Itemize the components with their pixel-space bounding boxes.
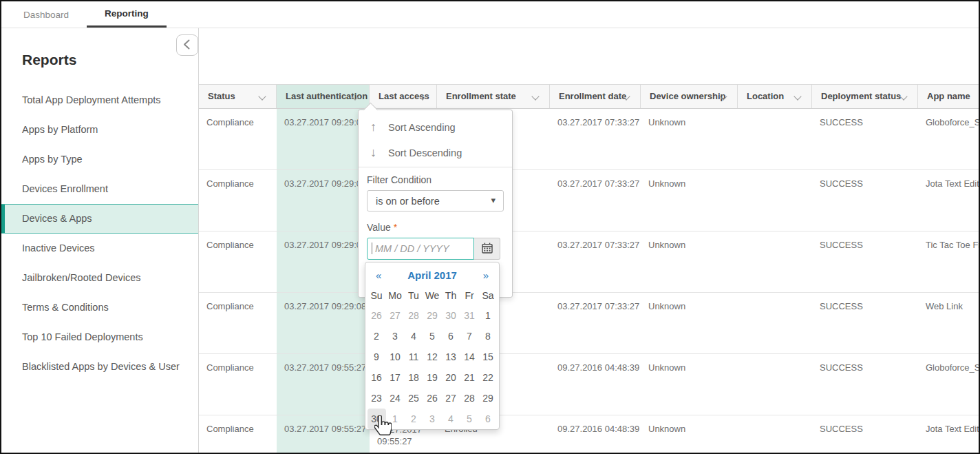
column-header-enrollment_state[interactable]: Enrollment state: [437, 85, 550, 108]
calendar-next-button[interactable]: »: [483, 269, 489, 281]
calendar-day[interactable]: 20: [442, 367, 460, 388]
filter-condition-select[interactable]: is on or before ▾: [367, 190, 504, 211]
column-header-status[interactable]: Status: [199, 85, 277, 108]
calendar-day[interactable]: 19: [423, 367, 442, 388]
calendar-day[interactable]: 18: [405, 367, 423, 388]
cell-app_name: Globoforce_SA: [918, 109, 979, 169]
column-header-last_authentication[interactable]: Last authentication: [277, 85, 370, 108]
calendar-day[interactable]: 13: [442, 347, 460, 367]
calendar-day[interactable]: 5: [423, 326, 442, 347]
sidebar-item-total-app-deployment-attempts[interactable]: Total App Deployment Attempts: [1, 85, 198, 115]
calendar-day[interactable]: 15: [479, 347, 498, 367]
sidebar-item-devices-apps[interactable]: Devices & Apps: [1, 204, 198, 234]
calendar-day[interactable]: 2: [405, 409, 423, 429]
calendar-day[interactable]: 14: [460, 347, 479, 367]
sidebar-item-inactive-devices[interactable]: Inactive Devices: [1, 234, 198, 263]
calendar-day[interactable]: 1: [479, 305, 498, 326]
calendar-picker-button[interactable]: [474, 238, 500, 260]
menu-item-sort-descending[interactable]: ↓ Sort Descending: [359, 140, 512, 165]
calendar-day[interactable]: 28: [460, 388, 479, 409]
sidebar-item-top-10-failed-deployments[interactable]: Top 10 Failed Deployments: [1, 322, 198, 352]
calendar-day[interactable]: 2: [368, 326, 386, 347]
calendar-day[interactable]: 6: [442, 326, 460, 347]
sidebar-nav: Total App Deployment AttemptsApps by Pla…: [1, 85, 198, 382]
calendar-day[interactable]: 25: [405, 388, 423, 409]
column-header-app_name[interactable]: App name: [918, 85, 979, 108]
sidebar-item-jailbroken-rooted-devices[interactable]: Jailbroken/Rooted Devices: [1, 263, 198, 293]
calendar-day[interactable]: 31: [460, 305, 479, 326]
sidebar-title: Reports: [22, 52, 76, 68]
menu-item-sort-ascending[interactable]: ↑ Sort Ascending: [359, 114, 512, 140]
column-header-deployment_status[interactable]: Deployment status: [812, 85, 918, 108]
calendar-day[interactable]: 23: [368, 388, 386, 409]
date-input-group: [367, 238, 500, 260]
chevron-down-icon[interactable]: [531, 92, 539, 100]
cell-enrollment_date: 09.27.2016 04:48:39: [550, 415, 641, 453]
sidebar-item-terms-conditions[interactable]: Terms & Conditions: [1, 293, 198, 322]
cell-enrollment_date: 03.27.2017 07:33:27: [550, 170, 641, 231]
cell-deployment_status: SUCCESS: [812, 231, 918, 292]
calendar-day[interactable]: 11: [405, 347, 423, 367]
column-header-last_access[interactable]: Last access: [370, 85, 437, 108]
chevron-left-icon: [177, 34, 198, 56]
calendar-day[interactable]: 17: [386, 367, 405, 388]
calendar-month-title[interactable]: April 2017: [407, 269, 457, 281]
calendar-header: « April 2017 »: [365, 264, 499, 286]
sidebar-item-devices-enrollment[interactable]: Devices Enrollment: [1, 174, 198, 204]
date-value-input[interactable]: [367, 238, 474, 260]
filter-section: Filter Condition is on or before ▾ Value…: [359, 167, 512, 260]
sidebar-collapse-button[interactable]: [176, 34, 198, 56]
column-header-device_ownership[interactable]: Device ownership: [641, 85, 738, 108]
calendar-day[interactable]: 28: [405, 305, 423, 326]
calendar-day[interactable]: 6: [479, 409, 498, 429]
calendar-day[interactable]: 22: [479, 367, 498, 388]
calendar-day[interactable]: 4: [405, 326, 423, 347]
tab-reporting[interactable]: Reporting: [87, 1, 167, 28]
calendar-day[interactable]: 3: [423, 409, 442, 429]
calendar-day[interactable]: 3: [386, 326, 405, 347]
cell-enrollment_date: 03.27.2017 07:33:27: [550, 109, 641, 169]
calendar-day[interactable]: 21: [460, 367, 479, 388]
calendar-day[interactable]: 7: [460, 326, 479, 347]
cell-enrollment_date: 03.27.2017 07:33:27: [550, 293, 641, 353]
sidebar-item-blacklisted-apps-by-devices-user[interactable]: Blacklisted Apps by Devices & User: [1, 352, 198, 382]
arrow-up-icon: ↑: [370, 120, 388, 134]
cell-status: Compliance: [199, 415, 277, 453]
calendar-day-name: Sa: [479, 286, 498, 305]
chevron-down-icon[interactable]: [258, 92, 266, 100]
sidebar-item-apps-by-platform[interactable]: Apps by Platform: [1, 115, 198, 145]
table-row: Compliance03.27.2017 09:29:003.27.2017 0…: [199, 109, 979, 170]
cell-status: Compliance: [199, 231, 277, 292]
calendar-day[interactable]: 26: [423, 388, 442, 409]
date-picker-popup: « April 2017 » SuMoTuWeThFrSa26272829303…: [365, 262, 500, 430]
sort-menu: ↑ Sort Ascending ↓ Sort Descending: [359, 110, 512, 165]
app-window: Dashboard Reporting Reports Total App De…: [0, 0, 980, 454]
calendar-day[interactable]: 8: [479, 326, 498, 347]
cell-last_authentication: 03.27.2017 09:29:0: [277, 109, 370, 169]
calendar-day[interactable]: 4: [442, 409, 460, 429]
tab-dashboard[interactable]: Dashboard: [6, 1, 87, 28]
column-header-location[interactable]: Location: [738, 85, 812, 108]
column-header-label: Location: [747, 91, 784, 101]
calendar-prev-button[interactable]: «: [376, 269, 381, 281]
calendar-day[interactable]: 9: [368, 347, 386, 367]
cell-last_authentication: 03.27.2017 09:55:27: [277, 354, 370, 415]
chevron-down-icon[interactable]: [793, 92, 801, 100]
arrow-down-icon: ↓: [370, 145, 388, 160]
calendar-day[interactable]: 5: [460, 409, 479, 429]
column-header-label: Device ownership: [650, 91, 726, 101]
calendar-day[interactable]: 29: [423, 305, 442, 326]
calendar-day[interactable]: 16: [368, 367, 386, 388]
calendar-day[interactable]: 29: [479, 388, 498, 409]
calendar-day[interactable]: 10: [386, 347, 405, 367]
cell-device_ownership: Unknown: [641, 170, 738, 231]
calendar-day[interactable]: 12: [423, 347, 442, 367]
calendar-day[interactable]: 26: [368, 305, 386, 326]
column-header-enrollment_date[interactable]: Enrollment date: [550, 85, 641, 108]
calendar-day[interactable]: 27: [386, 305, 405, 326]
calendar-day[interactable]: 27: [442, 388, 460, 409]
calendar-day[interactable]: 24: [386, 388, 405, 409]
column-header-label: Deployment status: [821, 91, 901, 101]
calendar-day[interactable]: 30: [442, 305, 460, 326]
sidebar-item-apps-by-type[interactable]: Apps by Type: [1, 145, 198, 174]
